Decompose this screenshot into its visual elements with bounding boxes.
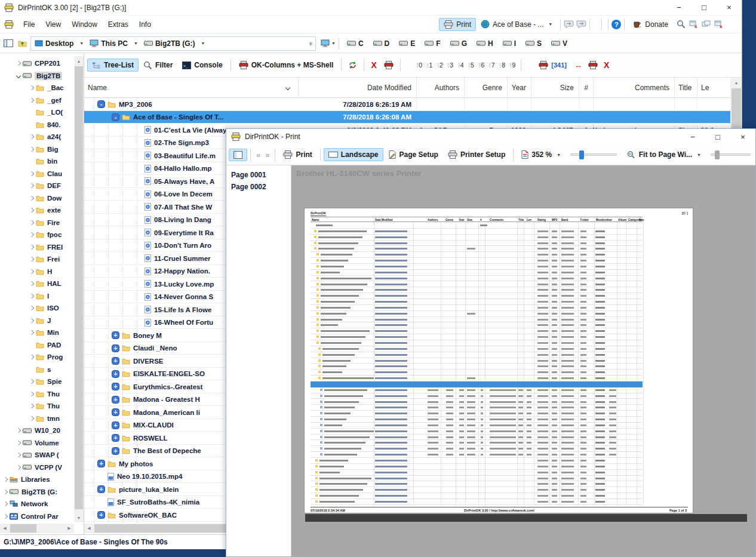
tree-item[interactable]: tmn (0, 413, 74, 425)
drive-button-V[interactable]: V (546, 38, 572, 50)
tree-item[interactable]: Big (0, 143, 74, 156)
expand-icon[interactable] (29, 281, 34, 286)
tree-item[interactable]: FREI (0, 241, 74, 254)
scroll-right-icon[interactable]: ▶ (64, 524, 74, 533)
menu-view[interactable]: View (40, 18, 66, 31)
column-header-comments[interactable]: Comments (593, 78, 673, 98)
tree-item[interactable]: ISO (0, 302, 74, 315)
magnifier-icon[interactable] (677, 20, 686, 29)
scroll-up-icon[interactable]: ▲ (732, 78, 741, 87)
maximize-button[interactable]: □ (692, 0, 717, 15)
column-header-num[interactable]: # (579, 78, 592, 98)
column-header-name[interactable]: Name (84, 78, 297, 98)
expand-icon[interactable] (3, 490, 8, 494)
tree-item[interactable]: s (0, 364, 74, 376)
expand-icon[interactable] (29, 392, 34, 396)
close-button[interactable]: × (717, 0, 742, 15)
column-preset-9[interactable]: ⁞9 (508, 60, 518, 70)
donate-button[interactable]: Donate (628, 18, 673, 31)
expand-icon[interactable] (16, 465, 21, 470)
tree-horizontal-scrollbar[interactable]: ◀ ▶ (0, 524, 74, 533)
drive-button-G[interactable]: G (445, 38, 472, 50)
tree-item[interactable]: Thu (0, 388, 74, 401)
print-button[interactable]: Print (278, 148, 316, 161)
print-count-button[interactable]: [341] (534, 59, 571, 72)
zoom-slider[interactable] (570, 153, 617, 156)
expand-icon[interactable] (29, 208, 34, 213)
tree-item[interactable]: Thu (0, 400, 74, 413)
menu-window[interactable]: Window (66, 18, 103, 31)
minimize-button[interactable]: − (680, 130, 705, 144)
expand-icon[interactable]: + (112, 357, 119, 365)
delete-columns-icon[interactable]: X (604, 60, 609, 70)
windows-icon[interactable] (702, 20, 711, 29)
expand-icon[interactable] (29, 134, 34, 139)
expand-icon[interactable] (29, 257, 34, 261)
expand-icon[interactable] (29, 404, 34, 408)
print-button[interactable]: Print (439, 18, 476, 31)
expand-icon[interactable] (3, 501, 8, 506)
minimize-button[interactable]: − (666, 0, 692, 15)
tree-item[interactable]: Libraries (0, 473, 74, 486)
drive-button-D[interactable]: D (368, 38, 395, 50)
column-preset-6[interactable]: ⁞6 (477, 60, 487, 70)
page-setup-button[interactable]: Page Setup (383, 148, 443, 161)
history-forward-icon[interactable] (576, 20, 586, 29)
this-pc-icon[interactable] (321, 39, 330, 47)
slider-thumb[interactable] (579, 150, 584, 159)
tree-item[interactable]: VCPP (V (0, 461, 74, 474)
expand-icon[interactable] (16, 441, 21, 445)
expand-icon[interactable] (29, 294, 34, 298)
expand-icon[interactable]: + (112, 434, 119, 442)
fit-slider[interactable] (711, 153, 751, 156)
column-preset-1[interactable]: ⁞1 (425, 60, 435, 70)
scroll-down-icon[interactable]: ▼ (74, 513, 84, 522)
tree-item[interactable]: HAL (0, 278, 74, 290)
expand-icon[interactable] (29, 330, 34, 335)
column-preset-8[interactable]: ⁞8 (497, 60, 508, 70)
tree-vertical-scrollbar[interactable]: ▲ ▼ (74, 56, 84, 522)
tree-item[interactable]: Dow (0, 192, 74, 205)
tree-item[interactable]: a24( (0, 131, 74, 143)
scrollbar-thumb[interactable] (10, 524, 36, 533)
folder-up-icon[interactable] (18, 39, 27, 47)
tree-item[interactable]: bin (0, 155, 74, 168)
tree-item[interactable]: _Bac (0, 82, 74, 94)
drive-button-C[interactable]: C (342, 38, 368, 50)
collapse-icon[interactable] (16, 73, 21, 78)
landscape-button[interactable]: Landscape (324, 148, 383, 161)
expand-icon[interactable] (29, 220, 34, 225)
tree-item[interactable]: exte (0, 204, 74, 217)
column-header-year[interactable]: Year (507, 78, 530, 98)
previous-page-icon[interactable]: « (254, 150, 263, 159)
help-icon[interactable]: ? (611, 20, 621, 29)
expand-icon[interactable]: + (112, 331, 119, 339)
column-header-title[interactable]: Title (674, 78, 696, 98)
expand-icon[interactable] (3, 477, 8, 482)
column-header-size[interactable]: Size (531, 78, 577, 98)
column-preset-5[interactable]: ⁞5 (466, 60, 477, 70)
expand-icon[interactable] (3, 514, 8, 519)
expand-icon[interactable] (29, 318, 34, 323)
tree-item[interactable]: DEF (0, 180, 74, 192)
menu-extras[interactable]: Extras (103, 18, 134, 31)
document-dropdown[interactable]: Ace of Base - ... ▼ (476, 17, 557, 31)
fit-dropdown[interactable]: Fit to Page Wi... ▼ (622, 148, 706, 161)
file-row[interactable]: - Ace of Base - Singles Of T...7/28/2018… (84, 111, 730, 124)
expand-icon[interactable] (29, 379, 34, 384)
tree-item[interactable]: Spie (0, 376, 74, 388)
tree-item[interactable]: Volume (0, 437, 74, 450)
maximize-button[interactable]: □ (705, 130, 730, 144)
close-window-icon[interactable]: x (689, 20, 699, 29)
breadcrumb-item[interactable]: Big2TB (G:)▼ (143, 38, 210, 49)
expand-icon[interactable] (16, 61, 21, 66)
scroll-left-icon[interactable]: ◀ (84, 524, 94, 533)
tree-item[interactable]: Frei (0, 253, 74, 266)
tree-item[interactable]: Fire (0, 217, 74, 229)
expand-icon[interactable] (29, 147, 34, 152)
tree-item[interactable]: Control Par (0, 510, 74, 523)
collapse-icon[interactable]: - (112, 113, 119, 121)
expand-icon[interactable] (29, 306, 34, 310)
close-button[interactable]: × (730, 130, 755, 144)
overflow-chevron-icon[interactable]: » (308, 41, 315, 45)
